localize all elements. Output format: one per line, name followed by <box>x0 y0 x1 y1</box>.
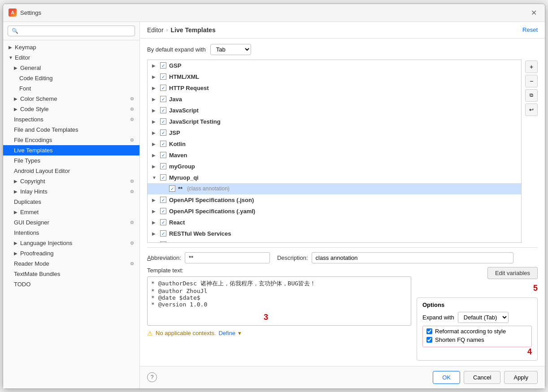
sidebar-item-label: Editor <box>15 54 30 61</box>
group-checkbox-gsp[interactable]: ✓ <box>160 62 166 69</box>
settings-icon: ⚙ <box>130 189 134 194</box>
sidebar-item-code-editing[interactable]: Code Editing <box>3 73 139 83</box>
template-text-left: Template text: * @authorDesc 诸神在上，佑我程序，玄… <box>147 267 411 361</box>
sidebar-item-color-scheme[interactable]: ▶ Color Scheme ⚙ <box>3 94 139 104</box>
abbreviation-input[interactable] <box>185 252 270 263</box>
reformat-label: Reformat according to style <box>435 328 506 335</box>
group-checkbox[interactable]: ✓ <box>160 129 166 136</box>
template-group-openapi-json[interactable]: ▶ ✓ OpenAPI Specifications (.json) <box>148 194 521 206</box>
template-group-java[interactable]: ▶ ✓ Java <box>148 94 521 105</box>
sidebar-item-textmate-bundles[interactable]: TextMate Bundles <box>3 269 139 279</box>
description-input[interactable] <box>312 252 513 263</box>
template-group-maven[interactable]: ▶ ✓ Maven <box>148 150 521 161</box>
template-group-openapi-yaml[interactable]: ▶ ✓ OpenAPI Specifications (.yaml) <box>148 206 521 217</box>
help-button[interactable]: ? <box>147 372 157 382</box>
sidebar-item-emmet[interactable]: ▶ Emmet <box>3 207 139 217</box>
sidebar-item-font[interactable]: Font <box>3 83 139 94</box>
sidebar-item-editor[interactable]: ▼ Editor <box>3 52 139 63</box>
shorten-checkbox[interactable] <box>426 337 432 343</box>
group-checkbox[interactable]: ✓ <box>160 241 166 243</box>
apply-button[interactable]: Apply <box>504 371 538 384</box>
chevron-right-icon: ▶ <box>152 130 157 135</box>
sidebar-item-intentions[interactable]: Intentions <box>3 228 139 238</box>
settings-dialog: A Settings ✕ ▶ Keymap ▼ Editor <box>3 4 545 389</box>
annotation-4: 4 <box>422 347 532 357</box>
options-box: Options Expand with Default (Tab) Tab En… <box>417 297 538 361</box>
sidebar-item-todo[interactable]: TODO <box>3 279 139 289</box>
sidebar-item-inlay-hints[interactable]: ▶ Inlay Hints ⚙ <box>3 186 139 197</box>
sidebar-item-label: Inspections <box>14 116 43 123</box>
cancel-button[interactable]: Cancel <box>464 371 500 384</box>
sidebar-item-code-style[interactable]: ▶ Code Style ⚙ <box>3 104 139 114</box>
chevron-right-icon: ▶ <box>14 189 18 194</box>
template-group-http-request[interactable]: ▶ ✓ HTTP Request <box>148 82 521 94</box>
sidebar-item-gui-designer[interactable]: GUI Designer ⚙ <box>3 217 139 228</box>
sidebar-item-file-types[interactable]: File Types <box>3 155 139 166</box>
sidebar-item-language-injections[interactable]: ▶ Language Injections ⚙ <box>3 238 139 248</box>
template-group-javascript[interactable]: ▶ ✓ JavaScript <box>148 105 521 116</box>
sidebar-item-inspections[interactable]: Inspections ⚙ <box>3 114 139 125</box>
sidebar-item-proofreading[interactable]: ▶ Proofreading <box>3 248 139 258</box>
sidebar-item-file-encodings[interactable]: File Encodings ⚙ <box>3 135 139 145</box>
group-checkbox[interactable]: ✓ <box>160 174 166 181</box>
search-input[interactable] <box>8 26 135 36</box>
template-text-row: Template text: * @authorDesc 诸神在上，佑我程序，玄… <box>147 267 538 361</box>
sidebar: ▶ Keymap ▼ Editor ▶ General Code Editing <box>3 22 140 388</box>
sidebar-item-keymap[interactable]: ▶ Keymap <box>3 42 139 52</box>
sidebar-item-label: Code Editing <box>19 75 52 82</box>
template-item-class-annotation[interactable]: ✓ ** (class annotation) <box>148 183 521 194</box>
close-button[interactable]: ✕ <box>528 8 539 18</box>
group-name: RESTful Web Services <box>169 230 231 237</box>
template-group-js-testing[interactable]: ▶ ✓ JavaScript Testing <box>148 116 521 127</box>
sidebar-item-label: File Types <box>14 157 40 164</box>
expand-with-select[interactable]: Tab Enter Space <box>210 44 251 55</box>
group-checkbox[interactable]: ✓ <box>160 118 166 125</box>
sidebar-item-live-templates[interactable]: Live Templates <box>3 145 139 155</box>
expand-with-label: By default expand with <box>147 46 206 53</box>
group-checkbox[interactable]: ✓ <box>160 219 166 225</box>
sidebar-item-android-layout[interactable]: Android Layout Editor <box>3 166 139 176</box>
ok-button[interactable]: OK <box>433 371 460 384</box>
group-checkbox[interactable]: ✓ <box>160 96 166 102</box>
sidebar-item-file-code-templates[interactable]: File and Code Templates <box>3 125 139 135</box>
define-arrow: ▾ <box>238 330 241 336</box>
template-group-restful[interactable]: ▶ ✓ RESTful Web Services <box>148 228 521 239</box>
copy-button[interactable]: ⧉ <box>525 89 538 102</box>
group-checkbox[interactable]: ✓ <box>160 152 166 158</box>
template-group-gsp[interactable]: ▶ ✓ GSP <box>148 60 521 71</box>
group-checkbox[interactable]: ✓ <box>160 73 166 80</box>
sidebar-item-general[interactable]: ▶ General <box>3 63 139 73</box>
sidebar-item-copyright[interactable]: ▶ Copyright ⚙ <box>3 176 139 186</box>
restore-button[interactable]: ↩ <box>525 103 538 116</box>
sidebar-item-label: Color Scheme <box>20 95 57 102</box>
group-checkbox[interactable]: ✓ <box>160 230 166 237</box>
template-group-myruop[interactable]: ▼ ✓ Myruop_qi <box>148 172 521 183</box>
title-bar: A Settings ✕ <box>3 4 545 22</box>
sidebar-item-duplicates[interactable]: Duplicates <box>3 197 139 207</box>
template-group-html-xml[interactable]: ▶ ✓ HTML/XML <box>148 71 521 82</box>
group-name: JavaScript Testing <box>169 118 221 125</box>
template-group-jsp[interactable]: ▶ ✓ JSP <box>148 127 521 138</box>
item-checkbox[interactable]: ✓ <box>169 185 175 192</box>
group-checkbox[interactable]: ✓ <box>160 197 166 203</box>
edit-variables-button[interactable]: Edit variables <box>487 267 538 279</box>
template-group-react[interactable]: ▶ ✓ React <box>148 217 521 228</box>
reset-button[interactable]: Reset <box>522 26 538 33</box>
sidebar-item-reader-mode[interactable]: Reader Mode ⚙ <box>3 258 139 269</box>
template-group-shell-script[interactable]: ▶ ✓ Shell Script <box>148 239 521 243</box>
define-link[interactable]: Define <box>218 330 235 336</box>
group-checkbox[interactable]: ✓ <box>160 107 166 113</box>
chevron-right-icon: ▶ <box>152 74 157 79</box>
group-checkbox[interactable]: ✓ <box>160 163 166 169</box>
settings-icon: ⚙ <box>130 241 134 246</box>
remove-button[interactable]: − <box>525 75 538 87</box>
template-group-mygroup[interactable]: ▶ ✓ myGroup <box>148 161 521 172</box>
group-checkbox[interactable]: ✓ <box>160 85 166 91</box>
group-checkbox[interactable]: ✓ <box>160 141 166 147</box>
template-group-kotlin[interactable]: ▶ ✓ Kotlin <box>148 138 521 150</box>
group-checkbox[interactable]: ✓ <box>160 208 166 214</box>
add-button[interactable]: + <box>525 60 538 73</box>
chevron-right-icon: ▶ <box>14 65 18 70</box>
reformat-checkbox[interactable] <box>426 328 432 334</box>
group-name: JSP <box>169 129 180 136</box>
